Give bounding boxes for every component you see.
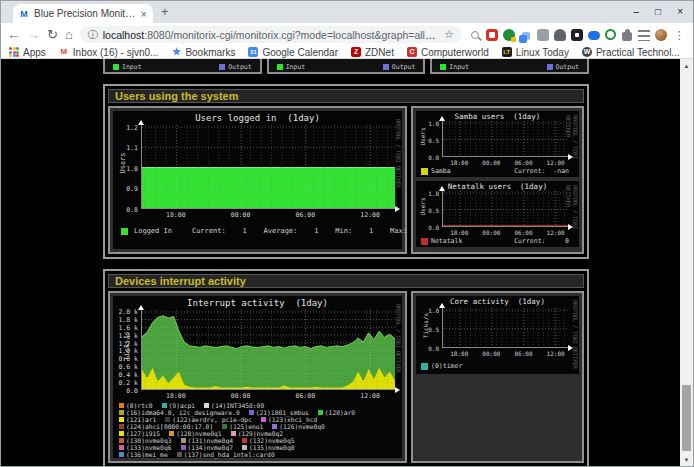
scrollbar-down-icon[interactable]: ▼ (680, 453, 693, 466)
legend-swatch (121, 228, 128, 235)
bookmark-computerworld[interactable]: CComputerworld (407, 47, 489, 58)
device-legend-item: (124)ahci[0000:00:17.0] (119, 423, 213, 430)
bookmark-label: Linux Today (516, 47, 569, 58)
browser-window: M Blue Precision Monitorix × + – □ × ← →… (0, 0, 694, 467)
y-axis-ticks: 1.00.50.0 (416, 308, 439, 348)
bookmark-inbox-16-sjvn0-[interactable]: MInbox (16) - sjvn0... (59, 47, 159, 58)
avatar-extension-icon[interactable] (655, 29, 667, 41)
interrupt-activity-panel: Interrupt activity (1day) Ticks/s 2.0 k1… (108, 291, 407, 463)
y-axis-ticks: 1.00.50.0 (416, 191, 439, 227)
search-extension-icon[interactable] (471, 31, 479, 39)
tab-close-icon[interactable]: × (141, 9, 147, 19)
device-legend-item: (136)mei_me (119, 451, 168, 458)
blueoval-extension-icon[interactable] (588, 31, 600, 40)
device-legend-item: (128)nvme0q1 (169, 430, 222, 437)
cutoff-graph-box[interactable]: InputOutput (430, 59, 589, 74)
puzzle-extension-icon[interactable] (622, 32, 632, 41)
samba-users-graph[interactable]: Samba users (1day) Users 1.00.50.0 18:00… (416, 111, 579, 177)
graph-legend: Logged In Current: 1 Average: 1 Min: 1 M… (121, 227, 428, 235)
mask-extension-icon[interactable] (554, 29, 566, 41)
window-maximize-button[interactable]: □ (655, 7, 661, 17)
url-path: :8080/monitorix-cgi/monitorix.cgi?mode=l… (144, 29, 439, 41)
legend-label: Samba (431, 167, 451, 175)
home-button[interactable]: ⌂ (65, 28, 73, 41)
users-right-panel: Samba users (1day) Users 1.00.50.0 18:00… (411, 106, 584, 254)
scrollbar-track[interactable] (680, 72, 693, 453)
bookmark-star-icon[interactable]: ☆ (444, 28, 454, 41)
bookmark-apps[interactable]: Apps (9, 47, 46, 58)
bookmark-label: Google Calendar (262, 47, 338, 58)
blacksq-extension-icon[interactable] (571, 29, 583, 41)
legend-label: Logged In (134, 227, 172, 235)
url-host: localhost (103, 29, 144, 41)
interrupt-activity-graph[interactable]: Interrupt activity (1day) Ticks/s 2.0 k1… (113, 296, 402, 458)
new-tab-button[interactable]: + (161, 5, 169, 19)
rrdtool-watermark: RRDTOOL / TOBI OETIKER (395, 119, 402, 187)
list-extension-icon[interactable] (638, 30, 650, 41)
device-legend-item: (121)ar1 (119, 416, 156, 423)
plot-area (141, 310, 395, 390)
site-info-icon[interactable]: ⓘ (88, 28, 98, 42)
device-legend-item: (123)xhci_hcd (261, 416, 317, 423)
mail-extension-icon[interactable] (486, 29, 498, 41)
plot-area (442, 308, 568, 348)
users-logged-in-graph[interactable]: Users logged in (1day) Users 1.21.11.00.… (113, 111, 402, 249)
zdnet-icon: Z (351, 47, 361, 57)
scrollbar-thumb[interactable] (682, 385, 691, 451)
address-bar[interactable]: ⓘ localhost:8080/monitorix-cgi/monitorix… (80, 26, 462, 43)
y-axis-ticks: 1.21.11.00.90.8 (113, 125, 138, 209)
reload-button[interactable]: ↻ (47, 28, 58, 41)
page-scrollbar[interactable]: ▲ ▼ (680, 59, 693, 466)
netatalk-users-graph[interactable]: Netatalk users (1day) Users 1.00.50.0 18… (416, 181, 579, 247)
bookmark-practical-technol-[interactable]: WPractical Technol... (582, 47, 680, 58)
empty-panel-space (416, 378, 579, 458)
lt-icon: LT (502, 47, 512, 57)
x-axis-arrow-icon (395, 206, 400, 212)
bookmark-label: ZDNet (365, 47, 394, 58)
users-logged-in-panel: Users logged in (1day) Users 1.21.11.00.… (108, 106, 407, 254)
device-legend-item: (130)nvme0q3 (119, 437, 172, 444)
device-legend-item: (137)snd_hda_intel:card0 (177, 451, 275, 458)
bookmark-label: Apps (23, 47, 46, 58)
bookmark-google-calendar[interactable]: 31Google Calendar (248, 47, 338, 58)
tab-strip: M Blue Precision Monitorix × + – □ × (1, 1, 693, 23)
forward-button[interactable]: → (27, 28, 40, 41)
graph-title: Users logged in (1day) (113, 113, 402, 123)
cutoff-graph-box[interactable]: InputOutput (103, 59, 262, 74)
browser-tab[interactable]: M Blue Precision Monitorix × (13, 4, 153, 23)
bookmark-linux-today[interactable]: LTLinux Today (502, 47, 569, 58)
url-text[interactable]: localhost:8080/monitorix-cgi/monitorix.c… (103, 29, 439, 41)
device-legend-item: (135)nvme0q8 (242, 444, 295, 451)
section-users-title: Users using the system (108, 89, 584, 103)
device-legend-item: (122)aerdrv, pcie-dpc (165, 416, 252, 423)
legend-swatch (421, 168, 428, 175)
apps-icon (9, 47, 19, 57)
back-button[interactable]: ← (7, 28, 20, 41)
section-users: Users using the system Users logged in (… (103, 84, 589, 259)
device-legend-item: (131)nvme0q4 (181, 437, 234, 444)
device-legend-item: (129)nvme0q2 (231, 430, 284, 437)
gmail-icon: M (59, 47, 69, 57)
plot-area (442, 191, 568, 227)
device-legend-item: (21)i801_smbus (249, 409, 309, 416)
greenbadge-extension-icon[interactable] (503, 29, 515, 41)
browser-menu-icon[interactable]: ⋮ (674, 29, 685, 41)
device-legend-item: (9)acpi (162, 402, 196, 409)
bookmark-bookmarks[interactable]: ★Bookmarks (171, 47, 235, 58)
core-activity-graph[interactable]: Core activity (1day) Ticks/s 1.00.50.0 1… (416, 296, 579, 374)
cw-icon: C (407, 47, 417, 57)
cutoff-graph-box[interactable]: InputOutput (267, 59, 426, 74)
scrollbar-up-icon[interactable]: ▲ (680, 59, 693, 72)
bookmark-zdnet[interactable]: ZZDNet (351, 47, 394, 58)
x-axis-ticks: 18:0000:0006:0012:00 (141, 392, 395, 400)
device-legend-item: (126)nvme0q0 (272, 423, 325, 430)
graysq-extension-icon[interactable] (537, 29, 549, 41)
window-minimize-button[interactable]: – (634, 7, 640, 17)
graph-title: Interrupt activity (1day) (113, 298, 402, 308)
greenring-extension-icon[interactable] (605, 29, 616, 40)
bookmark-label: Computerworld (421, 47, 489, 58)
pages-extension-icon[interactable] (522, 32, 530, 40)
bookmark-items: AppsMInbox (16) - sjvn0...★Bookmarks31Go… (9, 47, 680, 58)
window-close-button[interactable]: × (677, 7, 683, 17)
section-devices: Devices interrupt activity Interrupt act… (103, 269, 589, 466)
